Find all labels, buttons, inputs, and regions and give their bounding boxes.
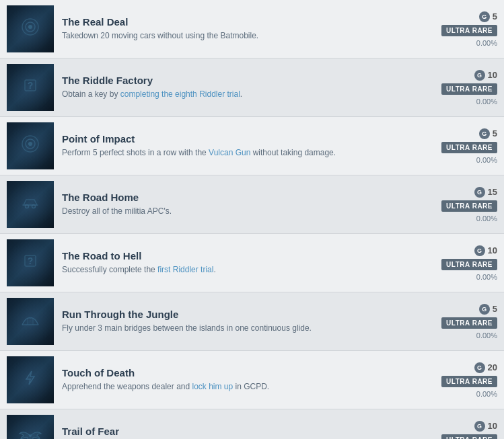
svg-point-17: [29, 434, 32, 437]
rarity-badge: ULTRA RARE: [441, 434, 497, 440]
gamerscore-value: 5: [493, 11, 497, 22]
achievement-list: The Real Deal Takedown 20 moving cars wi…: [0, 0, 504, 439]
rarity-badge: ULTRA RARE: [441, 25, 497, 36]
achievement-thumbnail: ?: [7, 239, 54, 286]
achievement-description: Fly under 3 main bridges between the isl…: [62, 323, 430, 334]
achievement-info: Trail of Fear Lock up your first Supervi…: [62, 426, 437, 439]
svg-text:?: ?: [28, 255, 34, 266]
achievement-title: The Road Home: [62, 192, 430, 203]
achievement-info: Touch of Death Apprehend the weapons dea…: [62, 367, 437, 393]
gamerscore-value: 10: [488, 70, 497, 80]
rarity-percent: 0.00%: [476, 156, 497, 164]
achievement-thumbnail: [7, 356, 54, 403]
achievement-title: The Real Deal: [62, 16, 430, 28]
gamerscore-icon: G: [479, 128, 490, 139]
gamerscore: G 5: [479, 128, 497, 139]
gamerscore: G 10: [474, 245, 497, 256]
achievement-meta: G 10 ULTRA RARE 0.00%: [437, 245, 497, 281]
achievement-title: The Road to Hell: [62, 250, 430, 262]
achievement-thumbnail: [7, 415, 54, 439]
achievement-icon: ?: [20, 75, 41, 101]
svg-point-2: [28, 25, 32, 29]
gamerscore-icon: G: [474, 187, 485, 198]
rarity-badge: ULTRA RARE: [441, 259, 497, 270]
achievement-description: Takedown 20 moving cars without using th…: [62, 30, 430, 42]
achievement-title: Point of Impact: [62, 133, 430, 145]
achievement-info: The Road Home Destroy all of the militia…: [62, 192, 437, 217]
gamerscore: G 15: [474, 187, 497, 198]
gamerscore-value: 20: [488, 362, 497, 372]
achievement-thumbnail: [7, 298, 54, 345]
gamerscore-value: 15: [488, 187, 497, 197]
gamerscore-value: 5: [493, 304, 497, 314]
gamerscore-icon: G: [474, 70, 485, 81]
gamerscore: G 5: [479, 11, 497, 22]
achievement-thumbnail: [7, 122, 54, 169]
rarity-percent: 0.00%: [476, 97, 497, 106]
achievement-row: Trail of Fear Lock up your first Supervi…: [0, 409, 504, 439]
achievement-row: Point of Impact Perform 5 perfect shots …: [0, 117, 504, 175]
gamerscore-icon: G: [479, 304, 490, 315]
achievement-thumbnail: [7, 5, 54, 52]
achievement-title: Run Through the Jungle: [62, 309, 430, 320]
rarity-badge: ULTRA RARE: [441, 83, 497, 95]
achievement-info: The Road to Hell Successfully complete t…: [62, 250, 437, 276]
achievement-meta: G 5 ULTRA RARE 0.00%: [437, 304, 497, 340]
gamerscore-icon: G: [474, 421, 485, 432]
achievement-row: The Road Home Destroy all of the militia…: [0, 175, 504, 234]
achievement-thumbnail: [7, 181, 54, 228]
achievement-row: Run Through the Jungle Fly under 3 main …: [0, 292, 504, 351]
achievement-meta: G 5 ULTRA RARE 0.00%: [437, 128, 497, 164]
achievement-icon: [20, 192, 41, 218]
achievement-info: The Riddle Factory Obtain a key by compl…: [62, 75, 437, 100]
rarity-badge: ULTRA RARE: [441, 317, 497, 329]
svg-point-7: [28, 142, 32, 146]
achievement-row: Touch of Death Apprehend the weapons dea…: [0, 351, 504, 409]
rarity-badge: ULTRA RARE: [441, 376, 497, 387]
achievement-meta: G 10 ULTRA RARE 0.00%: [437, 421, 497, 440]
gamerscore-icon: G: [479, 11, 490, 22]
rarity-percent: 0.00%: [476, 273, 497, 281]
achievement-title: The Riddle Factory: [62, 75, 430, 86]
achievement-meta: G 10 ULTRA RARE 0.00%: [437, 70, 497, 106]
achievement-meta: G 20 ULTRA RARE 0.00%: [437, 362, 497, 398]
gamerscore-icon: G: [474, 362, 485, 373]
achievement-thumbnail: ?: [7, 64, 54, 111]
achievement-description: Destroy all of the militia APC's.: [62, 206, 430, 217]
achievement-icon: [20, 367, 41, 393]
gamerscore: G 10: [474, 421, 497, 432]
achievement-info: Point of Impact Perform 5 perfect shots …: [62, 133, 437, 159]
achievement-description: Successfully complete the first Riddler …: [62, 264, 430, 276]
achievement-meta: G 15 ULTRA RARE 0.00%: [437, 187, 497, 223]
achievement-icon: [18, 427, 42, 440]
gamerscore: G 10: [474, 70, 497, 81]
achievement-icon: [20, 16, 41, 42]
achievement-row: ? The Riddle Factory Obtain a key by com…: [0, 58, 504, 117]
achievement-info: The Real Deal Takedown 20 moving cars wi…: [62, 16, 437, 42]
rarity-percent: 0.00%: [476, 39, 497, 47]
gamerscore: G 20: [474, 362, 497, 373]
gamerscore: G 5: [479, 304, 497, 315]
achievement-row: The Real Deal Takedown 20 moving cars wi…: [0, 0, 504, 58]
rarity-badge: ULTRA RARE: [441, 200, 497, 212]
svg-text:?: ?: [28, 80, 34, 91]
rarity-percent: 0.00%: [476, 390, 497, 398]
achievement-icon: [20, 133, 41, 159]
gamerscore-value: 10: [488, 245, 497, 255]
gamerscore-value: 10: [488, 421, 497, 431]
gamerscore-value: 5: [493, 128, 497, 138]
achievement-info: Run Through the Jungle Fly under 3 main …: [62, 309, 437, 334]
achievement-icon: [20, 309, 41, 335]
achievement-description: Perform 5 perfect shots in a row with th…: [62, 147, 430, 159]
achievement-icon: ?: [20, 250, 41, 276]
rarity-badge: ULTRA RARE: [441, 142, 497, 153]
rarity-percent: 0.00%: [476, 214, 497, 223]
svg-marker-16: [26, 371, 34, 385]
achievement-title: Trail of Fear: [62, 426, 430, 437]
achievement-description: Obtain a key by completing the eighth Ri…: [62, 89, 430, 100]
achievement-meta: G 5 ULTRA RARE 0.00%: [437, 11, 497, 47]
achievement-description: Apprehend the weapons dealer and lock hi…: [62, 381, 430, 393]
achievement-row: ? The Road to Hell Successfully complete…: [0, 234, 504, 292]
rarity-percent: 0.00%: [476, 331, 497, 340]
gamerscore-icon: G: [474, 245, 485, 256]
